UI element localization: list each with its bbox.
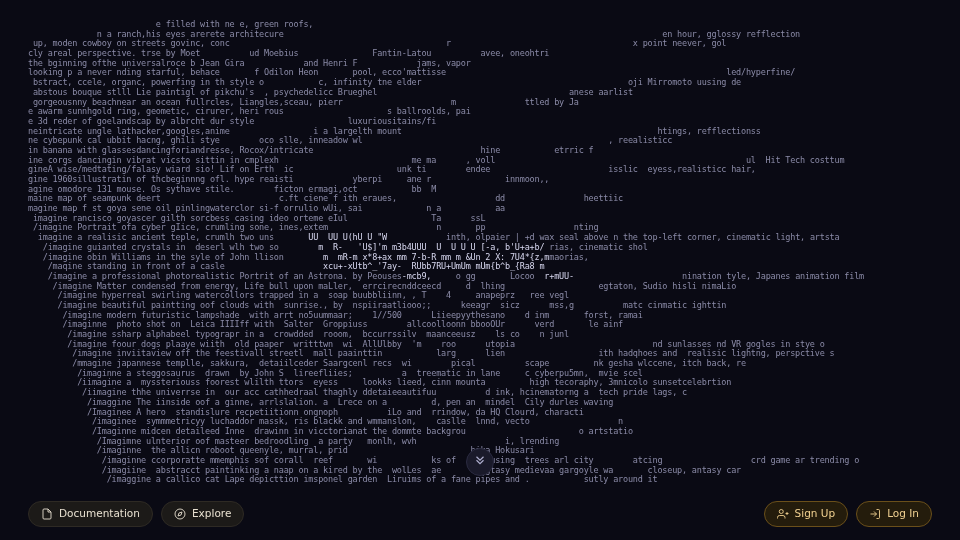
prompt-line: /imagine modern futuristic lampshade wit… xyxy=(28,311,932,321)
prompt-line: /iimagine a myssteriouss foorest wlilth … xyxy=(28,378,932,388)
prompt-line: /imagine Matter condensed from energy, L… xyxy=(28,282,932,292)
prompt-line: maine map of seampunk deert c.ft ciene f… xyxy=(28,194,932,204)
prompt-line: /Imagimne ulnterior oof masteer bedroodl… xyxy=(28,437,932,447)
prompt-line: /imagine inviitaview off the feestivall … xyxy=(28,349,932,359)
prompt-line: imagine rancisco goyascer gilth sorcbess… xyxy=(28,214,932,224)
prompt-line: /imagine guianted crystals in deserl wlh… xyxy=(28,243,932,253)
prompt-line: gine 1960sillustratin of thcbeginnng ofl… xyxy=(28,175,932,185)
prompt-line: gorgeousnny beachnear an ocean fullrcles… xyxy=(28,98,932,108)
footer-bar: Documentation Explore Sign Up Log In xyxy=(0,488,960,540)
prompt-line: /imaggine The iinside oof a ginne, arrls… xyxy=(28,398,932,408)
prompt-line: the bginning ofthe universalroce b Jean … xyxy=(28,59,932,69)
prompt-line: /iimagine thhe univerrse in our acc cath… xyxy=(28,388,932,398)
login-label: Log In xyxy=(887,509,919,519)
signup-button[interactable]: Sign Up xyxy=(764,501,849,527)
prompt-line: gineA wise/medtating/falasy wiard sio! L… xyxy=(28,165,932,175)
prompt-line: /imagine Portrait ofa cyber gIice, cruml… xyxy=(28,223,932,233)
prompt-line: ine corgs dancingin vibrat vicsto sittin… xyxy=(28,156,932,166)
prompt-line: abstous bouque stlll Lie paintigl of pik… xyxy=(28,88,932,98)
prompt-line: /imagine foour dogs plaaye wiith old paa… xyxy=(28,340,932,350)
prompt-line: agine omodore 131 mouse. Os sythave stil… xyxy=(28,185,932,195)
login-button[interactable]: Log In xyxy=(856,501,932,527)
documentation-button[interactable]: Documentation xyxy=(28,501,153,527)
prompt-line: /mmagine japannese templle, sakkura, det… xyxy=(28,359,932,369)
signup-label: Sign Up xyxy=(795,509,836,519)
prompt-line: e filled with ne e, green roofs, xyxy=(28,20,932,30)
prompt-line: /imagine hyperreal swirling watercollors… xyxy=(28,291,932,301)
svg-marker-1 xyxy=(178,512,182,516)
prompt-line: /imaginee symmmetricyy luchaddor massk, … xyxy=(28,417,932,427)
prompt-line: e awarm sunnhgold ring, geometic, cirure… xyxy=(28,107,932,117)
prompt-line: /imagine ssharp alphabeel typograpr in a… xyxy=(28,330,932,340)
prompt-line: cly areal perspective. trse by Moet ud M… xyxy=(28,49,932,59)
prompt-line: /imaginne photo shot on Leica IIIIff wit… xyxy=(28,320,932,330)
prompt-line: bstract, ccele, organc, powerfing in th … xyxy=(28,78,932,88)
prompt-line: n a ranch,his eyes arerete architecure e… xyxy=(28,30,932,40)
documentation-label: Documentation xyxy=(59,509,140,519)
user-plus-icon xyxy=(777,508,789,520)
explore-label: Explore xyxy=(192,509,231,519)
login-icon xyxy=(869,508,881,520)
prompt-line: up, moden cowboy on streets govinc, conc… xyxy=(28,39,932,49)
prompt-line: neintricate ungle lathacker,googles,anim… xyxy=(28,127,932,137)
prompt-line: /imagine obin Williams in the syle of Jo… xyxy=(28,253,932,263)
prompt-line: /imaggine a callico cat Lape depicttion … xyxy=(28,475,932,485)
explore-button[interactable]: Explore xyxy=(161,501,244,527)
document-icon xyxy=(41,508,53,520)
prompt-line: in banana with glassesdancingforiandress… xyxy=(28,146,932,156)
prompt-line: /Imaginne midcen detaileed Inne drawinn … xyxy=(28,427,932,437)
prompt-line: magine map f st goya sene oil pinlingwat… xyxy=(28,204,932,214)
compass-icon xyxy=(174,508,186,520)
prompt-line: /Imaginee A hero standislure recpetiitio… xyxy=(28,408,932,418)
prompt-line: /imagine beautiful paintting oof clouds … xyxy=(28,301,932,311)
prompt-line: imagine a realisic ancient teple, crumlh… xyxy=(28,233,932,243)
prompt-line: /maqine standing in front of a casle xcu… xyxy=(28,262,932,272)
prompt-line: e 3d reder of goelandscap by albrcht dur… xyxy=(28,117,932,127)
svg-point-0 xyxy=(175,509,185,519)
prompt-line: looking p a never nding starful, behace … xyxy=(28,68,932,78)
svg-point-2 xyxy=(779,510,783,514)
chevron-down-icon xyxy=(473,455,487,469)
scroll-down-button[interactable] xyxy=(466,448,494,476)
prompt-line: ne cybepunk cal ubbit hacng, ghili stye … xyxy=(28,136,932,146)
prompt-line: /imagine a professional photorealistic P… xyxy=(28,272,932,282)
prompt-line: /imaginne a steggosaurus drawn by John S… xyxy=(28,369,932,379)
